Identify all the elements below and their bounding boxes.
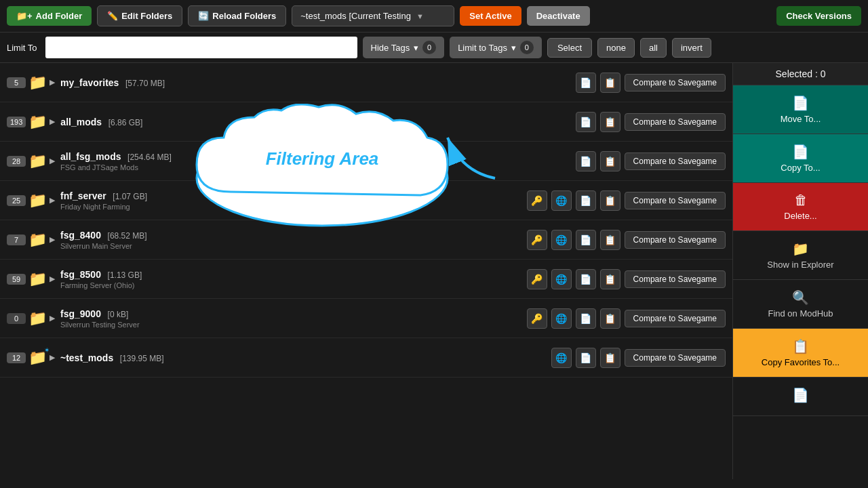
mod-size: [254.64 MB] (127, 152, 172, 162)
find-on-modhub-button[interactable]: 🔍 Find on ModHub (733, 280, 868, 329)
mod-list-button[interactable]: 📋 (600, 230, 620, 250)
mod-list-button[interactable]: 📋 (600, 190, 620, 211)
key-button[interactable]: 🔑 (527, 230, 547, 250)
compare-savegame-button[interactable]: Compare to Savegame (625, 310, 726, 327)
show-in-explorer-button[interactable]: 📁 Show in Explorer (733, 231, 868, 280)
chevron-icon-2: ▾ (511, 43, 516, 53)
compare-savegame-button[interactable]: Compare to Savegame (625, 192, 726, 209)
expand-arrow[interactable]: ▶ (50, 353, 55, 362)
mod-name: all_fsg_mods (60, 151, 121, 162)
mod-icon-button[interactable]: 📄 (576, 112, 596, 132)
mod-count-badge: 28 (7, 156, 26, 167)
expand-arrow[interactable]: ▶ (50, 314, 55, 323)
mod-icon-button[interactable]: 📄 (576, 190, 596, 211)
compare-savegame-button[interactable]: Compare to Savegame (625, 152, 726, 170)
folder-icon: 📁✶ (28, 349, 47, 367)
sidebar: Selected : 0 📄 Move To... 📄 Copy To... 🗑… (732, 63, 868, 479)
mod-row-all_fsg_mods: 28 📁 ▶ all_fsg_mods [254.64 MB] FSG and … (0, 142, 732, 181)
edit-folders-button[interactable]: ✏️ Edit Folders (97, 5, 182, 26)
current-folder-label: ~test_mods [Current Testing (300, 11, 411, 21)
globe-button[interactable]: 🌐 (551, 348, 572, 368)
mod-list-button[interactable]: 📋 (600, 112, 620, 132)
copy-favorites-button[interactable]: 📋 Copy Favorites To... (733, 329, 868, 378)
mod-actions: 📄 📋 Compare to Savegame (576, 112, 726, 132)
key-button[interactable]: 🔑 (527, 308, 547, 329)
folder-add-icon: 📁+ (16, 11, 33, 21)
mod-icon-button[interactable]: 📄 (576, 151, 596, 171)
mod-row-fsg_8500: 59 📁 ▶ fsg_8500 [1.13 GB] Farming Server… (0, 260, 732, 299)
mod-size: [139.95 MB] (120, 354, 164, 363)
mod-list-button[interactable]: 📋 (600, 73, 620, 93)
find-on-modhub-label: Find on ModHub (768, 308, 833, 319)
add-folder-button[interactable]: 📁+ Add Folder (7, 6, 92, 26)
chevron-icon: ▾ (414, 43, 418, 53)
mod-icon-button[interactable]: 📄 (576, 73, 596, 93)
globe-button[interactable]: 🌐 (551, 269, 572, 289)
all-button[interactable]: all (640, 38, 667, 58)
key-button[interactable]: 🔑 (527, 269, 547, 289)
compare-savegame-button[interactable]: Compare to Savegame (625, 74, 726, 92)
mod-actions: 🔑 🌐 📄 📋 Compare to Savegame (527, 230, 726, 250)
folder-dropdown[interactable]: ~test_mods [Current Testing ▼ (292, 5, 454, 26)
mod-list-button[interactable]: 📋 (600, 308, 620, 329)
deactivate-button[interactable]: Deactivate (527, 6, 590, 26)
mod-list-button[interactable]: 📋 (600, 151, 620, 171)
mod-actions: 🌐 📄 📋 Compare to Savegame (551, 348, 726, 368)
mod-count-badge: 7 (7, 235, 26, 245)
compare-savegame-button[interactable]: Compare to Savegame (625, 349, 726, 367)
hide-tags-button[interactable]: Hide Tags ▾ 0 (363, 37, 445, 58)
move-to-button[interactable]: 📄 Move To... (733, 85, 868, 134)
limit-to-input[interactable] (45, 37, 357, 58)
expand-arrow[interactable]: ▶ (50, 78, 55, 87)
key-button[interactable]: 🔑 (527, 190, 547, 211)
expand-arrow[interactable]: ▶ (50, 157, 55, 165)
copy-to-label: Copy To... (781, 163, 820, 173)
extra-button[interactable]: 📄 (733, 378, 868, 416)
none-button[interactable]: none (597, 38, 635, 58)
mod-subtitle: Friday Night Farming (60, 203, 527, 211)
mod-name-block: fsg_8500 [1.13 GB] Farming Server (Ohio) (60, 269, 527, 289)
globe-button[interactable]: 🌐 (551, 230, 572, 250)
mod-icon-button[interactable]: 📄 (576, 269, 596, 289)
compare-savegame-button[interactable]: Compare to Savegame (625, 231, 726, 249)
mod-icon-button[interactable]: 📄 (576, 308, 596, 329)
show-in-explorer-label: Show in Explorer (767, 260, 833, 270)
mod-name: my_favorites (60, 77, 119, 88)
set-active-button[interactable]: Set Active (460, 6, 521, 26)
mod-row-fnf_server: 25 📁 ▶ fnf_server [1.07 GB] Friday Night… (0, 181, 732, 220)
mod-actions: 📄 📋 Compare to Savegame (576, 73, 726, 93)
mod-name-block: fnf_server [1.07 GB] Friday Night Farmin… (60, 190, 527, 211)
expand-arrow[interactable]: ▶ (50, 117, 55, 126)
expand-arrow[interactable]: ▶ (50, 235, 55, 244)
compare-savegame-button[interactable]: Compare to Savegame (625, 270, 726, 288)
copy-to-button[interactable]: 📄 Copy To... (733, 134, 868, 183)
limit-to-tags-label: Limit to Tags (458, 43, 507, 53)
mod-row-fsg_9000: 0 📁 ▶ fsg_9000 [0 kB] Silverrun Testing … (0, 299, 732, 338)
mod-icon-button[interactable]: 📄 (576, 230, 596, 250)
mod-list-button[interactable]: 📋 (600, 269, 620, 289)
expand-arrow[interactable]: ▶ (50, 196, 55, 205)
expand-arrow[interactable]: ▶ (50, 274, 55, 283)
check-versions-button[interactable]: Check Versions (776, 6, 861, 26)
delete-button[interactable]: 🗑 Delete... (733, 183, 868, 231)
mod-list-button[interactable]: 📋 (600, 348, 620, 368)
mod-icon-button[interactable]: 📄 (576, 348, 596, 368)
mod-name-block: all_mods [6.86 GB] (60, 117, 575, 127)
hide-tags-label: Hide Tags (371, 43, 410, 53)
mod-row-all_mods: 193 📁 ▶ all_mods [6.86 GB] 📄 📋 Compare t… (0, 102, 732, 142)
delete-icon: 🗑 (794, 192, 808, 208)
compare-savegame-button[interactable]: Compare to Savegame (625, 113, 726, 131)
move-to-icon: 📄 (792, 95, 809, 111)
select-button[interactable]: Select (547, 38, 592, 58)
mod-subtitle: Silverrun Testing Server (60, 321, 527, 329)
mod-name-block: fsg_8400 [68.52 MB] Silverrun Main Serve… (60, 230, 527, 250)
globe-button[interactable]: 🌐 (551, 308, 572, 329)
limit-to-tags-button[interactable]: Limit to Tags ▾ 0 (450, 37, 542, 58)
mod-name: fnf_server (60, 190, 106, 201)
mod-name: all_mods (60, 117, 102, 127)
edit-icon: ✏️ (107, 11, 118, 21)
invert-button[interactable]: invert (672, 38, 711, 58)
reload-folders-button[interactable]: 🔄 Reload Folders (188, 5, 286, 26)
mod-name: ~test_mods (60, 352, 113, 363)
globe-button[interactable]: 🌐 (551, 190, 572, 211)
